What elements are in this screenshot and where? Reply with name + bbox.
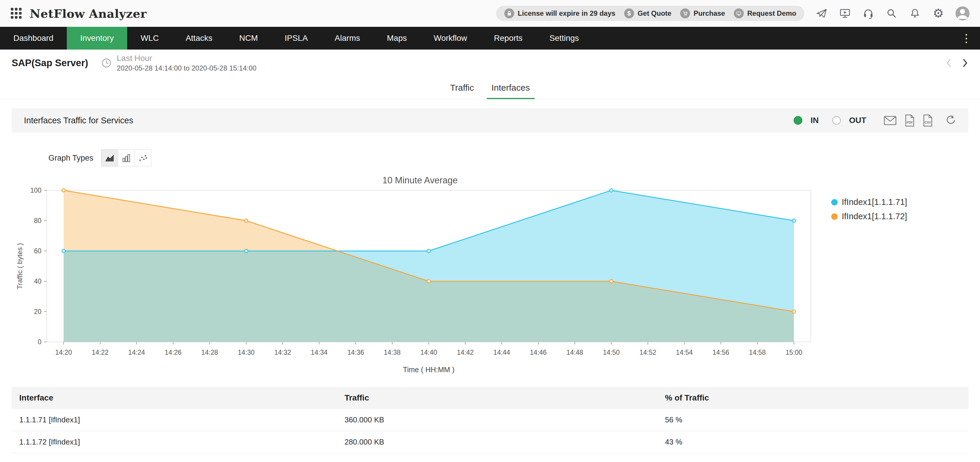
pdf-export-icon[interactable]: PDF [905, 114, 915, 127]
search-icon[interactable] [886, 7, 898, 19]
bar-chart-icon [122, 154, 131, 162]
tab-interfaces[interactable]: Interfaces [487, 76, 535, 99]
svg-text:80: 80 [34, 217, 41, 224]
legend-dot [831, 213, 838, 220]
radio-out-label[interactable]: OUT [849, 116, 866, 125]
launch-icon[interactable] [816, 7, 828, 19]
column-header-percent[interactable]: % of Traffic [657, 387, 968, 409]
nav-item-reports[interactable]: Reports [480, 27, 536, 49]
tab-traffic[interactable]: Traffic [445, 76, 479, 99]
badge-label: Request Demo [747, 10, 796, 17]
svg-text:14:54: 14:54 [676, 349, 693, 356]
bell-icon[interactable] [909, 7, 921, 19]
section-controls: IN OUT PDF CSV [794, 114, 956, 127]
nav-overflow-kebab-icon[interactable]: ⋮ [953, 27, 980, 49]
nav-item-ncm[interactable]: NCM [226, 27, 271, 49]
svg-text:20: 20 [34, 308, 41, 315]
period-range: 2020-05-28 14:14:00 to 2020-05-28 15:14:… [117, 64, 256, 72]
license-pill: License will expire in 29 days $ Get Quo… [496, 6, 804, 21]
nav-item-attacks[interactable]: Attacks [172, 27, 226, 49]
chevron-left-icon[interactable] [946, 58, 953, 68]
badge-label: Purchase [694, 10, 725, 17]
period-label: Last Hour [117, 54, 256, 63]
badge-label: License will expire in 29 days [518, 10, 616, 17]
graph-types-row: Graph Types [48, 149, 980, 167]
device-pager [946, 58, 968, 68]
graph-type-bar-button[interactable] [118, 149, 135, 167]
nav-item-alarms[interactable]: Alarms [321, 27, 373, 49]
time-period[interactable]: Last Hour 2020-05-28 14:14:00 to 2020-05… [117, 54, 256, 72]
nav-item-inventory[interactable]: Inventory [67, 27, 127, 49]
svg-text:15:00: 15:00 [786, 349, 802, 356]
table-row[interactable]: 1.1.1.71 [IfIndex1] 360.000 KB 56 % [12, 409, 968, 431]
cell-percent: 56 % [657, 409, 968, 431]
scatter-chart-icon [138, 154, 148, 162]
nav-item-dashboard[interactable]: Dashboard [0, 27, 67, 49]
svg-text:14:28: 14:28 [201, 349, 218, 356]
legend-item[interactable]: IfIndex1[1.1.1.71] [831, 197, 907, 207]
chart-legend: IfIndex1[1.1.1.71]IfIndex1[1.1.1.72] [831, 197, 907, 221]
gear-icon[interactable]: ⚙ [932, 7, 944, 19]
page-header-row: SAP(Sap Server) Last Hour 2020-05-28 14:… [0, 49, 980, 76]
csv-export-icon[interactable]: CSV [923, 114, 933, 127]
refresh-icon[interactable] [945, 115, 956, 126]
svg-text:14:42: 14:42 [457, 349, 474, 356]
get-quote-badge[interactable]: $ Get Quote [624, 8, 671, 18]
graph-types-label: Graph Types [48, 154, 93, 163]
svg-text:14:22: 14:22 [92, 349, 108, 356]
svg-text:CSV: CSV [924, 121, 931, 124]
table-row[interactable]: 1.1.1.72 [IfIndex1] 280.000 KB 43 % [12, 431, 968, 453]
traffic-area-chart[interactable]: 02040608010014:2014:2214:2414:2614:2814:… [12, 186, 828, 375]
svg-text:40: 40 [34, 278, 41, 285]
column-header-traffic[interactable]: Traffic [337, 387, 657, 409]
svg-text:14:36: 14:36 [347, 349, 364, 356]
cell-interface: 1.1.1.72 [IfIndex1] [12, 431, 337, 453]
svg-text:14:50: 14:50 [603, 349, 620, 356]
headset-icon[interactable] [862, 7, 874, 19]
area-chart-icon [105, 154, 115, 162]
page-title: SAP(Sap Server) [12, 57, 88, 68]
radio-out[interactable] [832, 116, 841, 125]
user-avatar[interactable] [956, 6, 969, 21]
svg-text:14:40: 14:40 [420, 349, 437, 356]
graph-type-scatter-button[interactable] [134, 149, 151, 167]
nav-item-wlc[interactable]: WLC [127, 27, 172, 49]
license-badge[interactable]: License will expire in 29 days [504, 8, 616, 18]
dollar-icon: $ [624, 8, 634, 18]
cell-traffic: 360.000 KB [337, 409, 657, 431]
nav-item-settings[interactable]: Settings [536, 27, 592, 49]
svg-text:14:32: 14:32 [274, 349, 291, 356]
legend-item[interactable]: IfIndex1[1.1.1.72] [831, 212, 907, 221]
nav-item-workflow[interactable]: Workflow [420, 27, 480, 49]
apps-grid-icon[interactable] [11, 8, 22, 19]
email-icon[interactable] [884, 116, 897, 125]
svg-text:Time ( HH:MM ): Time ( HH:MM ) [403, 365, 455, 374]
svg-text:14:48: 14:48 [566, 349, 583, 356]
svg-text:14:20: 14:20 [55, 349, 72, 356]
interfaces-table: Interface Traffic % of Traffic 1.1.1.71 … [12, 387, 968, 453]
column-header-interface[interactable]: Interface [12, 387, 337, 409]
section-title: Interfaces Traffic for Services [24, 116, 133, 125]
svg-text:14:30: 14:30 [238, 349, 255, 356]
purchase-badge[interactable]: Purchase [680, 8, 725, 18]
legend-dot [831, 199, 838, 205]
svg-text:14:24: 14:24 [128, 349, 145, 356]
svg-text:14:58: 14:58 [749, 349, 766, 356]
cell-traffic: 280.000 KB [337, 431, 657, 453]
radio-in-label[interactable]: IN [811, 116, 819, 125]
svg-text:PDF: PDF [907, 121, 913, 124]
clock-icon[interactable] [101, 57, 112, 68]
nav-item-ipsla[interactable]: IPSLA [271, 27, 321, 49]
graph-type-buttons [102, 149, 151, 167]
top-right-cluster: License will expire in 29 days $ Get Quo… [496, 6, 969, 21]
radio-in[interactable] [794, 116, 802, 125]
nav-item-maps[interactable]: Maps [373, 27, 420, 49]
chevron-right-icon[interactable] [961, 58, 968, 68]
presentation-icon[interactable] [839, 7, 851, 19]
cell-interface: 1.1.1.71 [IfIndex1] [12, 409, 337, 431]
cart-icon [680, 8, 690, 18]
svg-text:14:46: 14:46 [530, 349, 547, 356]
app-title: NetFlow Analyzer [30, 7, 147, 21]
graph-type-area-button[interactable] [101, 149, 118, 167]
request-demo-badge[interactable]: Request Demo [734, 8, 796, 18]
